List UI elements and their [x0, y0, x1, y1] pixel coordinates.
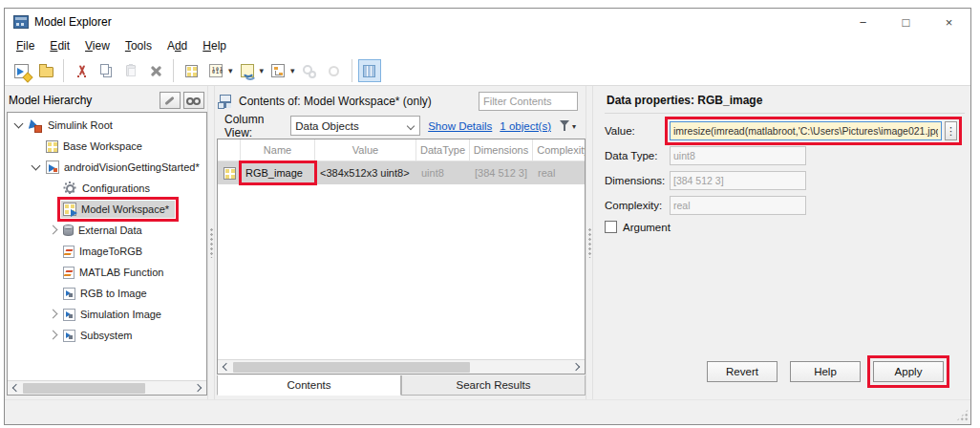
scroll-right-icon[interactable] [191, 381, 206, 395]
table-header-icon-column [218, 139, 241, 160]
signal-logging-button[interactable] [236, 59, 259, 82]
tree-item-rgb-to-image[interactable]: RGB to Image [8, 283, 206, 304]
tree-chevron-icon[interactable] [11, 118, 27, 133]
table-header-cell[interactable]: Value [315, 139, 416, 160]
menu-add[interactable]: Add [160, 37, 195, 54]
tree-item-base-workspace[interactable]: Base Workspace [8, 136, 206, 157]
cell-name: RGB_image [241, 162, 315, 183]
tile-panes-button[interactable] [180, 59, 202, 82]
data-type-input[interactable] [670, 146, 806, 165]
paste-button[interactable] [119, 59, 142, 82]
tree-view-button[interactable] [266, 59, 289, 82]
splitter-right[interactable] [586, 86, 593, 399]
tab-search-results[interactable]: Search Results [401, 375, 586, 396]
tree-chevron-icon[interactable] [46, 307, 61, 322]
filter-funnel-icon [559, 119, 571, 132]
tree-item-external-data[interactable]: External Data [8, 220, 206, 241]
menu-tools[interactable]: Tools [117, 37, 160, 54]
maximize-button[interactable]: □ [884, 9, 927, 35]
tree-chevron-icon[interactable] [29, 139, 44, 154]
open-model-button[interactable] [34, 59, 57, 82]
menu-help[interactable]: Help [195, 37, 234, 54]
filter-contents-input[interactable] [479, 92, 578, 111]
tree-chevron-icon[interactable] [46, 202, 61, 217]
circle-badge-icon [327, 64, 341, 78]
columns-view-button[interactable] [358, 59, 381, 82]
open-folder-icon [39, 67, 53, 77]
tree-item-model[interactable]: androidVisionGettingStarted* [8, 157, 206, 178]
tree-chevron-icon[interactable] [46, 244, 61, 259]
tree-item-imagetorgb[interactable]: ImageToRGB [8, 241, 206, 262]
argument-checkbox[interactable] [605, 221, 617, 233]
delete-button[interactable] [144, 59, 167, 82]
contents-h-scrollbar[interactable] [218, 359, 585, 374]
scroll-thumb[interactable] [23, 383, 145, 394]
object-count-link[interactable]: 1 object(s) [500, 120, 551, 132]
screenshot-stage: Model Explorer − □ × File Edit View Tool… [0, 0, 980, 428]
scroll-left-icon[interactable] [218, 360, 233, 374]
table-header-cell[interactable]: Dimensions [470, 139, 533, 160]
cut-button[interactable] [70, 59, 93, 82]
show-details-link[interactable]: Show Details [428, 120, 492, 132]
more-options-button[interactable]: ⋮ [945, 121, 957, 140]
tree-chevron-icon[interactable] [46, 328, 61, 343]
tree-chevron-icon[interactable] [29, 160, 44, 175]
filter-options-button[interactable]: ▾ [559, 119, 580, 132]
cut-icon [75, 64, 89, 78]
apply-button[interactable]: Apply [873, 361, 944, 382]
help-button[interactable]: Help [790, 361, 861, 382]
tree-item-simulink-root[interactable]: Simulink Root [8, 115, 206, 136]
tree-chevron-icon[interactable] [46, 223, 61, 238]
dropdown-caret-icon[interactable]: ▾ [260, 66, 265, 75]
glasses-button[interactable] [183, 92, 204, 109]
value-input[interactable] [670, 121, 942, 140]
tree-item-simulation-image[interactable]: Simulation Image [8, 304, 206, 325]
pencil-button[interactable] [160, 92, 181, 109]
menu-view[interactable]: View [77, 37, 117, 54]
tree-item-label: External Data [78, 225, 142, 236]
menu-edit[interactable]: Edit [42, 37, 77, 54]
tree-item-configurations[interactable]: Configurations [8, 178, 206, 199]
property-label: Data Type: [605, 150, 670, 161]
hierarchy-h-scrollbar[interactable] [8, 380, 206, 395]
dropdown-caret-icon[interactable]: ▾ [290, 66, 295, 75]
table-row-rgb-image[interactable]: RGB_image <384x512x3 uint8> uint8 [384 5… [218, 161, 585, 184]
cell-value: <384x512x3 uint8> [315, 167, 416, 179]
contents-table: Name Value DataType Dimensions Complexit… [217, 139, 586, 374]
copy-button[interactable] [95, 59, 117, 82]
scroll-thumb[interactable] [233, 362, 470, 373]
new-model-button[interactable] [10, 59, 32, 82]
table-header-cell[interactable]: Complexity [533, 139, 586, 160]
close-button[interactable]: × [927, 9, 970, 35]
column-view-row: Column View: Data Objects Show Details 1… [217, 113, 586, 139]
database-icon [63, 225, 74, 236]
splitter-left[interactable] [207, 86, 215, 399]
table-header-cell[interactable]: DataType [416, 139, 470, 160]
circle-button[interactable] [323, 59, 346, 82]
tree-item-label: Base Workspace [63, 140, 142, 152]
binary-display-button[interactable] [204, 59, 227, 82]
scroll-right-icon[interactable] [569, 360, 585, 374]
column-view-value: Data Objects [295, 120, 358, 132]
tree-chevron-icon[interactable] [46, 181, 61, 196]
menu-file[interactable]: File [9, 37, 42, 54]
tree-item-model-workspace[interactable]: Model Workspace* [8, 199, 206, 220]
complexity-input[interactable] [670, 196, 806, 215]
hierarchy-tree: Simulink Root Base Workspace [7, 112, 207, 396]
column-view-select[interactable]: Data Objects [290, 116, 420, 136]
tree-chevron-icon[interactable] [46, 265, 61, 280]
revert-button[interactable]: Revert [707, 361, 778, 382]
tree-item-subsystem[interactable]: Subsystem [8, 325, 206, 346]
minimize-button[interactable]: − [842, 9, 884, 35]
contents-tab-bar: Contents Search Results [217, 374, 586, 396]
tree-chevron-icon[interactable] [46, 286, 61, 301]
table-header-cell[interactable]: Name [241, 139, 315, 160]
tree-item-matlab-function[interactable]: MATLAB Function [8, 262, 206, 283]
gears-button[interactable] [298, 59, 321, 82]
scroll-left-icon[interactable] [8, 381, 23, 395]
dimensions-input[interactable] [670, 171, 806, 190]
property-label: Complexity: [605, 200, 670, 211]
resize-grip-icon[interactable] [956, 409, 969, 421]
tab-contents[interactable]: Contents [217, 375, 401, 396]
dropdown-caret-icon[interactable]: ▾ [228, 66, 233, 75]
